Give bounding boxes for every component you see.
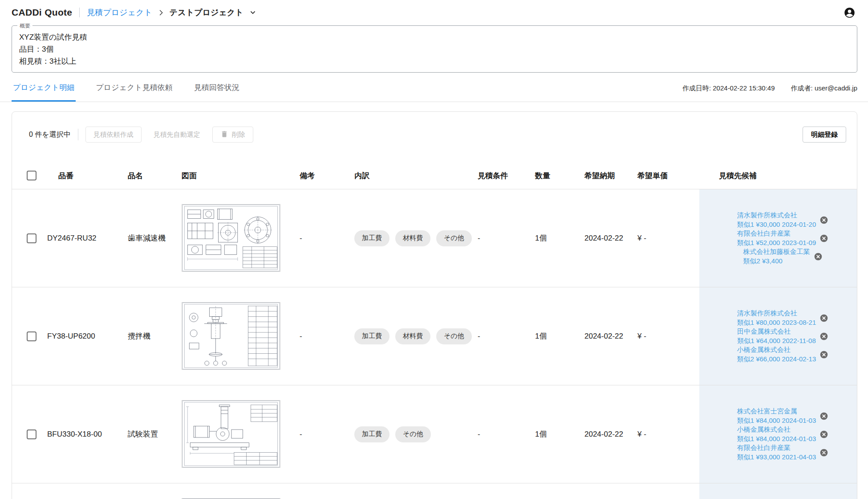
tab-project-quote-requests[interactable]: プロジェクト見積依頼 xyxy=(94,82,174,102)
candidate-company-link[interactable]: 清水製作所株式会社 xyxy=(737,309,816,318)
unit-price-cell: ¥ - xyxy=(637,287,699,385)
part-number-cell: BFU330-X18-00 xyxy=(47,385,128,483)
toolbar: 0 件を選択中 見積依頼作成 見積先自動選定 削除 明細登録 xyxy=(29,127,846,143)
candidate-company-link[interactable]: 有限会社白井産業 xyxy=(737,443,816,453)
tab-project-details[interactable]: プロジェクト明細 xyxy=(12,82,76,102)
auto-select-suppliers-button[interactable]: 見積先自動選定 xyxy=(146,127,208,143)
register-details-button[interactable]: 明細登録 xyxy=(803,127,846,143)
remove-candidate-icon[interactable] xyxy=(819,448,828,457)
candidate-company-link[interactable]: 小橋金属株式会社 xyxy=(737,425,816,434)
drawing-cell xyxy=(182,189,300,287)
part-name-cell: 試験装置 xyxy=(128,385,182,483)
drawing-cell xyxy=(182,483,300,499)
account-icon[interactable] xyxy=(844,7,856,19)
drawing-thumbnail[interactable] xyxy=(182,302,280,370)
row-select-cell xyxy=(12,189,47,287)
breakdown-chip: その他 xyxy=(436,230,472,246)
candidate-entry: 清水製作所株式会社類似1 ¥30,000 2024-01-20 xyxy=(737,211,829,229)
drawing-thumbnail[interactable] xyxy=(182,204,280,272)
chevron-down-icon[interactable] xyxy=(248,8,258,17)
candidate-company-link[interactable]: 田中金属株式会社 xyxy=(737,327,816,336)
breakdown-chip: 加工費 xyxy=(354,328,389,344)
select-all-checkbox[interactable] xyxy=(27,171,37,180)
candidate-entry: 小橋金属株式会社類似1 ¥84,000 2024-01-03 xyxy=(737,425,829,443)
select-all-cell xyxy=(12,162,47,189)
row-checkbox[interactable] xyxy=(27,429,37,439)
remarks-cell: - xyxy=(300,189,354,287)
breadcrumb-projects-link[interactable]: 見積プロジェクト xyxy=(87,7,152,18)
overview-field[interactable]: 概要 XYZ装置の試作見積 品目：3個 相見積：3社以上 xyxy=(12,25,857,73)
candidate-similar-quote[interactable]: 類似1 ¥93,000 2021-04-03 xyxy=(737,453,816,462)
part-number-cell: FY38-UP6200 xyxy=(47,287,128,385)
column-header-6: 数量 xyxy=(535,162,584,189)
unit-price-cell: ¥ - xyxy=(637,385,699,483)
quantity-cell xyxy=(535,483,584,499)
remarks-cell xyxy=(300,483,354,499)
candidate-similar-quote[interactable]: 類似2 ¥3,400 xyxy=(743,257,810,266)
row-checkbox[interactable] xyxy=(27,331,37,341)
remove-candidate-icon[interactable] xyxy=(819,234,828,243)
quantity-cell: 1個 xyxy=(535,189,584,287)
remove-candidate-icon[interactable] xyxy=(819,314,828,323)
candidate-company-link[interactable]: 株式会社加藤板金工業 xyxy=(743,247,810,257)
create-quote-request-button[interactable]: 見積依頼作成 xyxy=(85,127,142,143)
column-header-0: 品番 xyxy=(47,162,128,189)
candidate-company-link[interactable]: 清水製作所株式会社 xyxy=(737,211,816,220)
candidate-entry: 有限会社白井産業類似1 ¥93,000 2021-04-03 xyxy=(737,443,829,462)
candidate-similar-quote[interactable]: 類似1 ¥52,000 2023-01-09 xyxy=(737,238,816,248)
due-date-cell: 2024-02-22 xyxy=(584,385,637,483)
candidate-similar-quote[interactable]: 類似1 ¥80,000 2023-08-21 xyxy=(737,318,816,327)
row-checkbox[interactable] xyxy=(27,233,37,243)
quote-conditions-cell: - xyxy=(478,189,535,287)
due-date-cell xyxy=(584,483,637,499)
candidate-entry: 有限会社白井産業類似1 ¥52,000 2023-01-09 xyxy=(737,229,829,247)
candidate-entry: 小橋金属株式会社類似2 ¥66,000 2024-02-13 xyxy=(737,345,829,364)
creator-label: 作成者: user@caddi.jp xyxy=(791,84,857,93)
part-name-cell xyxy=(128,483,182,499)
remarks-cell: - xyxy=(300,385,354,483)
candidate-similar-quote[interactable]: 類似1 ¥84,000 2024-01-03 xyxy=(737,416,816,425)
breakdown-chip: 加工費 xyxy=(354,230,389,246)
toolbar-divider xyxy=(78,129,78,140)
candidate-similar-quote[interactable]: 類似1 ¥30,000 2024-01-20 xyxy=(737,220,816,229)
candidate-similar-quote[interactable]: 類似2 ¥66,000 2024-02-13 xyxy=(737,355,816,364)
column-header-5: 見積条件 xyxy=(478,162,535,189)
delete-button[interactable]: 削除 xyxy=(212,127,253,143)
candidate-similar-quote[interactable]: 類似1 ¥64,000 2022-11-08 xyxy=(737,336,816,346)
tab-quote-response-status[interactable]: 見積回答状況 xyxy=(193,82,241,102)
candidate-text: 清水製作所株式会社類似1 ¥30,000 2024-01-20 xyxy=(737,211,816,229)
project-details-card: 0 件を選択中 見積依頼作成 見積先自動選定 削除 明細登録 品番品名図面備考内… xyxy=(12,111,857,499)
remove-candidate-icon[interactable] xyxy=(819,216,828,225)
candidate-text: 有限会社白井産業類似1 ¥52,000 2023-01-09 xyxy=(737,229,816,247)
remarks-cell: - xyxy=(300,287,354,385)
selection-count: 0 件を選択中 xyxy=(29,130,71,139)
breakdown-chip: 加工費 xyxy=(354,426,389,442)
breakdown-chip: 材料費 xyxy=(395,230,430,246)
unit-price-cell xyxy=(637,483,699,499)
remove-candidate-icon[interactable] xyxy=(814,252,823,261)
candidate-text: 有限会社白井産業類似1 ¥93,000 2021-04-03 xyxy=(737,443,816,462)
drawing-thumbnail[interactable] xyxy=(182,400,280,468)
candidate-company-link[interactable]: 有限会社白井産業 xyxy=(737,229,816,238)
remove-candidate-icon[interactable] xyxy=(819,430,828,439)
quote-conditions-cell xyxy=(478,483,535,499)
remove-candidate-icon[interactable] xyxy=(819,332,828,341)
candidate-company-link[interactable]: 株式会社富士宮金属 xyxy=(737,407,816,416)
remove-candidate-icon[interactable] xyxy=(819,350,828,359)
row-select-cell xyxy=(12,385,47,483)
table-row xyxy=(12,483,857,499)
column-header-1: 品名 xyxy=(128,162,182,189)
delete-button-label: 削除 xyxy=(232,131,245,139)
part-name-cell: 攪拌機 xyxy=(128,287,182,385)
candidate-text: 清水製作所株式会社類似1 ¥80,000 2023-08-21 xyxy=(737,309,816,327)
candidate-entry: 清水製作所株式会社類似1 ¥80,000 2023-08-21 xyxy=(737,309,829,327)
tabs-bar: プロジェクト明細プロジェクト見積依頼見積回答状況 作成日時: 2024-02-2… xyxy=(0,73,868,102)
part-number-cell xyxy=(47,483,128,499)
column-header-2: 図面 xyxy=(182,162,300,189)
candidate-company-link[interactable]: 小橋金属株式会社 xyxy=(737,345,816,355)
row-select-cell xyxy=(12,287,47,385)
breadcrumb-current-project: テストプロジェクト xyxy=(170,7,243,18)
tabs: プロジェクト明細プロジェクト見積依頼見積回答状況 xyxy=(12,82,241,102)
candidate-similar-quote[interactable]: 類似1 ¥84,000 2024-01-03 xyxy=(737,434,816,444)
remove-candidate-icon[interactable] xyxy=(819,412,828,421)
